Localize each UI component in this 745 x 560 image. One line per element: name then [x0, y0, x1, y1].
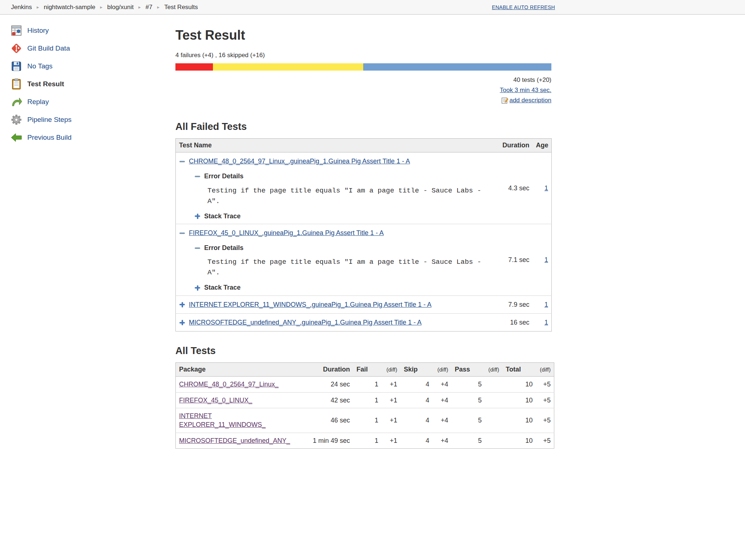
total-diff: +5	[536, 392, 554, 408]
failed-test-link[interactable]: INTERNET EXPLORER_11_WINDOWS_.guineaPig_…	[189, 300, 432, 309]
enable-auto-refresh-link[interactable]: ENABLE AUTO REFRESH	[492, 4, 555, 10]
package-link[interactable]: MICROSOFTEDGE_undefined_ANY_	[179, 437, 290, 444]
took-duration-link[interactable]: Took 3 min 43 sec.	[500, 87, 551, 94]
col-header-duration: Duration	[299, 363, 353, 377]
package-link[interactable]: FIREFOX_45_0_LINUX_	[179, 397, 252, 404]
git-icon	[10, 42, 23, 55]
previous-build-arrow-icon	[10, 131, 23, 144]
failed-tests-table: Test Name Duration Age CHROME_48_0_2564_…	[175, 138, 552, 331]
package-row: FIREFOX_45_0_LINUX_ 42 sec 1 +1 4 +4 5 1…	[176, 392, 554, 408]
breadcrumb-job[interactable]: nightwatch-sample	[44, 4, 95, 11]
chevron-right-icon: ▸	[100, 4, 103, 10]
breadcrumb-build-number[interactable]: #7	[146, 4, 152, 11]
total-diff: +5	[536, 408, 554, 433]
collapse-icon[interactable]	[179, 158, 185, 164]
col-header-duration: Duration	[493, 139, 533, 152]
duration-value: 16 sec	[493, 314, 533, 331]
age-link[interactable]: 1	[544, 319, 548, 326]
sidebar-item-history[interactable]: History	[10, 24, 175, 37]
pass-count: 5	[452, 392, 485, 408]
sidebar-item-label: No Tags	[27, 62, 52, 70]
expand-icon[interactable]	[194, 285, 201, 291]
duration-value: 7.9 sec	[493, 295, 533, 313]
skip-diff: +4	[433, 392, 452, 408]
failed-test-link[interactable]: FIREFOX_45_0_LINUX_.guineaPig_1.Guinea P…	[189, 229, 384, 237]
collapse-icon[interactable]	[194, 245, 201, 251]
breadcrumb: Jenkins ▸ nightwatch-sample ▸ blog/xunit…	[0, 0, 562, 14]
package-row: MICROSOFTEDGE_undefined_ANY_ 1 min 49 se…	[176, 433, 554, 448]
skip-diff: +4	[433, 377, 452, 392]
age-link[interactable]: 1	[544, 256, 548, 263]
skip-diff: +4	[433, 433, 452, 448]
duration-value: 46 sec	[299, 408, 353, 433]
package-link[interactable]: CHROME_48_0_2564_97_Linux_	[179, 381, 278, 388]
sidebar-item-pipeline-steps[interactable]: Pipeline Steps	[10, 113, 175, 126]
gear-icon	[10, 114, 23, 126]
failed-test-row: MICROSOFTEDGE_undefined_ANY_.guineaPig_1…	[176, 314, 552, 331]
stack-trace-label[interactable]: Stack Trace	[204, 283, 241, 292]
sidebar-item-label: Replay	[27, 98, 49, 106]
total-tests-label: 40 tests (+20)	[175, 75, 551, 85]
add-description-link[interactable]: add description	[510, 95, 551, 106]
all-tests-heading: All Tests	[175, 345, 551, 357]
failed-test-row: INTERNET EXPLORER_11_WINDOWS_.guineaPig_…	[176, 295, 552, 313]
clipboard-icon	[10, 78, 23, 90]
duration-value: 42 sec	[299, 392, 353, 408]
chevron-right-icon: ▸	[138, 4, 141, 10]
chevron-right-icon: ▸	[37, 4, 39, 10]
sidebar-item-label: History	[27, 27, 49, 35]
pass-diff	[485, 392, 503, 408]
sidebar-item-test-result[interactable]: Test Result	[10, 78, 175, 91]
total-count: 10	[503, 377, 536, 392]
failed-test-row: CHROME_48_0_2564_97_Linux_.guineaPig_1.G…	[176, 152, 552, 224]
sidebar-item-previous-build[interactable]: Previous Build	[10, 131, 175, 144]
fail-diff: +1	[382, 433, 401, 448]
sidebar-item-replay[interactable]: Replay	[10, 95, 175, 108]
age-link[interactable]: 1	[544, 184, 548, 192]
edit-description-icon	[501, 97, 508, 104]
col-header-skip: Skip	[401, 363, 433, 377]
error-details-label[interactable]: Error Details	[204, 243, 243, 252]
col-header-skip-diff: (diff)	[433, 363, 452, 377]
replay-arrow-icon	[10, 96, 23, 108]
pass-count: 5	[452, 433, 485, 448]
age-link[interactable]: 1	[544, 301, 548, 308]
duration-value: 7.1 sec	[493, 224, 533, 295]
breadcrumb-branch[interactable]: blog/xunit	[107, 4, 134, 11]
total-count: 10	[503, 392, 536, 408]
fail-diff: +1	[382, 392, 401, 408]
pass-count: 5	[452, 408, 485, 433]
collapse-icon[interactable]	[179, 230, 185, 236]
error-message: Testing if the page title equals "I am a…	[207, 186, 488, 207]
expand-icon[interactable]	[194, 213, 201, 219]
expand-icon[interactable]	[179, 319, 185, 326]
stack-trace-label[interactable]: Stack Trace	[204, 212, 241, 221]
history-icon	[10, 24, 23, 37]
duration-value: 1 min 49 sec	[299, 433, 353, 448]
skip-count: 4	[401, 377, 433, 392]
error-details-label[interactable]: Error Details	[204, 172, 243, 180]
failed-test-link[interactable]: MICROSOFTEDGE_undefined_ANY_.guineaPig_1…	[189, 318, 421, 327]
sidebar: History Git Build Data No Tags Test Resu…	[0, 15, 175, 470]
sidebar-item-label: Git Build Data	[27, 44, 70, 52]
expand-icon[interactable]	[179, 301, 185, 307]
sidebar-item-no-tags[interactable]: No Tags	[10, 60, 175, 73]
breadcrumb-test-results[interactable]: Test Results	[164, 4, 198, 11]
skip-count: 4	[401, 433, 433, 448]
total-count: 10	[503, 433, 536, 448]
col-header-pass-diff: (diff)	[485, 363, 503, 377]
col-header-total-diff: (diff)	[536, 363, 554, 377]
skip-count: 4	[401, 392, 433, 408]
breadcrumb-jenkins[interactable]: Jenkins	[11, 4, 32, 11]
chevron-right-icon: ▸	[157, 4, 160, 10]
collapse-icon[interactable]	[194, 173, 201, 179]
package-link[interactable]: INTERNET EXPLORER_11_WINDOWS_	[179, 412, 266, 428]
package-row: INTERNET EXPLORER_11_WINDOWS_ 46 sec 1 +…	[176, 408, 554, 433]
fail-count: 1	[353, 433, 382, 448]
pass-count: 5	[452, 377, 485, 392]
failed-tests-heading: All Failed Tests	[175, 121, 551, 132]
sidebar-item-git-build-data[interactable]: Git Build Data	[10, 42, 175, 55]
failed-test-link[interactable]: CHROME_48_0_2564_97_Linux_.guineaPig_1.G…	[189, 157, 410, 166]
floppy-disk-icon	[10, 60, 23, 72]
sidebar-item-label: Previous Build	[27, 134, 71, 142]
